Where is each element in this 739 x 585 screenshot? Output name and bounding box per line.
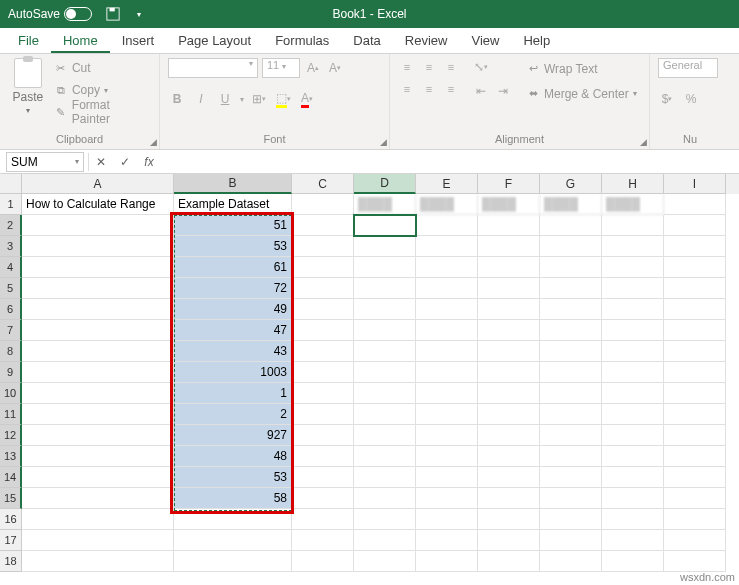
cell-B14[interactable]: 53 (174, 467, 292, 488)
cell-F6[interactable] (478, 299, 540, 320)
row-header-10[interactable]: 10 (0, 383, 22, 404)
col-header-F[interactable]: F (478, 174, 540, 194)
cell-I18[interactable] (664, 551, 726, 572)
cell-I6[interactable] (664, 299, 726, 320)
fx-icon[interactable]: fx (137, 152, 161, 172)
row-header-15[interactable]: 15 (0, 488, 22, 509)
cell-E18[interactable] (416, 551, 478, 572)
col-header-E[interactable]: E (416, 174, 478, 194)
cell-G6[interactable] (540, 299, 602, 320)
cell-G16[interactable] (540, 509, 602, 530)
cell-I5[interactable] (664, 278, 726, 299)
col-header-G[interactable]: G (540, 174, 602, 194)
cell-H13[interactable] (602, 446, 664, 467)
cell-B8[interactable]: 43 (174, 341, 292, 362)
cell-F4[interactable] (478, 257, 540, 278)
row-header-8[interactable]: 8 (0, 341, 22, 362)
cell-G1[interactable]: ████ (540, 194, 602, 215)
cell-I4[interactable] (664, 257, 726, 278)
menu-help[interactable]: Help (511, 29, 562, 53)
cell-D7[interactable] (354, 320, 416, 341)
cell-D6[interactable] (354, 299, 416, 320)
cell-B10[interactable]: 1 (174, 383, 292, 404)
increase-font-icon[interactable]: A▴ (304, 59, 322, 77)
row-header-11[interactable]: 11 (0, 404, 22, 425)
cell-F14[interactable] (478, 467, 540, 488)
cell-C10[interactable] (292, 383, 354, 404)
cell-I15[interactable] (664, 488, 726, 509)
cancel-formula-button[interactable]: ✕ (89, 152, 113, 172)
cell-G5[interactable] (540, 278, 602, 299)
menu-data[interactable]: Data (341, 29, 392, 53)
cell-A10[interactable] (22, 383, 174, 404)
row-header-2[interactable]: 2 (0, 215, 22, 236)
cell-F7[interactable] (478, 320, 540, 341)
col-header-C[interactable]: C (292, 174, 354, 194)
col-header-H[interactable]: H (602, 174, 664, 194)
col-header-I[interactable]: I (664, 174, 726, 194)
cell-I8[interactable] (664, 341, 726, 362)
cell-F15[interactable] (478, 488, 540, 509)
cell-B11[interactable]: 2 (174, 404, 292, 425)
cell-H12[interactable] (602, 425, 664, 446)
increase-indent-icon[interactable]: ⇥ (494, 82, 512, 100)
cell-I12[interactable] (664, 425, 726, 446)
cell-B7[interactable]: 47 (174, 320, 292, 341)
cell-E3[interactable] (416, 236, 478, 257)
cell-B1[interactable]: Example Dataset (174, 194, 292, 215)
row-header-18[interactable]: 18 (0, 551, 22, 572)
row-header-4[interactable]: 4 (0, 257, 22, 278)
dialog-launcher-icon[interactable]: ◢ (640, 137, 647, 147)
cell-A1[interactable]: How to Calculate Range (22, 194, 174, 215)
cell-I3[interactable] (664, 236, 726, 257)
cell-I1[interactable] (664, 194, 726, 215)
cell-D4[interactable] (354, 257, 416, 278)
cell-G8[interactable] (540, 341, 602, 362)
row-header-17[interactable]: 17 (0, 530, 22, 551)
cell-F3[interactable] (478, 236, 540, 257)
cell-E10[interactable] (416, 383, 478, 404)
cell-G10[interactable] (540, 383, 602, 404)
dialog-launcher-icon[interactable]: ◢ (150, 137, 157, 147)
menu-formulas[interactable]: Formulas (263, 29, 341, 53)
col-header-D[interactable]: D (354, 174, 416, 194)
cell-F13[interactable] (478, 446, 540, 467)
cell-E8[interactable] (416, 341, 478, 362)
cell-F2[interactable] (478, 215, 540, 236)
cell-C5[interactable] (292, 278, 354, 299)
cell-C4[interactable] (292, 257, 354, 278)
cell-I17[interactable] (664, 530, 726, 551)
cell-A14[interactable] (22, 467, 174, 488)
cell-I14[interactable] (664, 467, 726, 488)
cell-F16[interactable] (478, 509, 540, 530)
cell-C3[interactable] (292, 236, 354, 257)
cell-C18[interactable] (292, 551, 354, 572)
cell-A17[interactable] (22, 530, 174, 551)
decrease-font-icon[interactable]: A▾ (326, 59, 344, 77)
row-header-6[interactable]: 6 (0, 299, 22, 320)
cell-E7[interactable] (416, 320, 478, 341)
cell-G7[interactable] (540, 320, 602, 341)
cell-E2[interactable] (416, 215, 478, 236)
cell-E1[interactable]: ████ (416, 194, 478, 215)
cell-B12[interactable]: 927 (174, 425, 292, 446)
cell-F17[interactable] (478, 530, 540, 551)
paste-button[interactable]: Paste ▾ (8, 58, 48, 115)
cell-C8[interactable] (292, 341, 354, 362)
cell-H2[interactable] (602, 215, 664, 236)
cell-H6[interactable] (602, 299, 664, 320)
cell-G15[interactable] (540, 488, 602, 509)
cell-H7[interactable] (602, 320, 664, 341)
cell-A6[interactable] (22, 299, 174, 320)
select-all-corner[interactable] (0, 174, 22, 194)
cell-D15[interactable] (354, 488, 416, 509)
cell-E13[interactable] (416, 446, 478, 467)
menu-review[interactable]: Review (393, 29, 460, 53)
cell-D11[interactable] (354, 404, 416, 425)
borders-button[interactable]: ⊞▾ (250, 90, 268, 108)
cell-E14[interactable] (416, 467, 478, 488)
cell-C2[interactable] (292, 215, 354, 236)
cell-B15[interactable]: 58 (174, 488, 292, 509)
menu-page-layout[interactable]: Page Layout (166, 29, 263, 53)
cell-H9[interactable] (602, 362, 664, 383)
